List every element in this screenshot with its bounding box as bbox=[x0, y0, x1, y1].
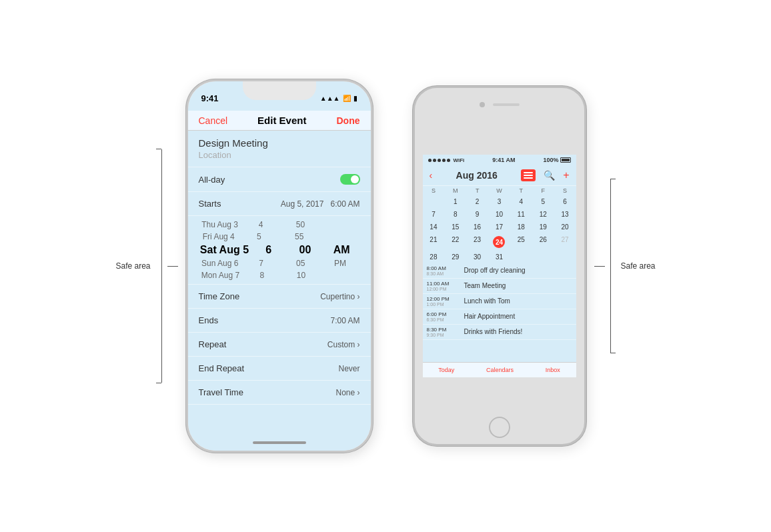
battery-icon: ▮ bbox=[353, 95, 357, 102]
day-header-s1: S bbox=[423, 186, 445, 195]
search-icon[interactable]: 🔍 bbox=[544, 170, 555, 181]
timezone-row[interactable]: Time Zone Cupertino › bbox=[188, 285, 371, 309]
event-times: 11:00 AM 12:00 PM bbox=[427, 281, 460, 291]
cal-day[interactable]: 13 bbox=[554, 208, 576, 221]
cal-day[interactable]: 20 bbox=[554, 221, 576, 233]
day-header-m: M bbox=[444, 186, 466, 195]
cal-day[interactable]: 16 bbox=[466, 221, 488, 233]
iphone-6-device: WiFi 9:41 AM 100% ‹ Aug 2016 bbox=[413, 86, 586, 446]
travel-label: Travel Time bbox=[199, 387, 243, 397]
event-times: 8:30 PM 9:30 PM bbox=[427, 327, 460, 337]
event-title-field[interactable]: Design Meeting bbox=[199, 137, 360, 149]
picker-row-1: Fri Aug 4 5 55 bbox=[188, 231, 371, 243]
cal-day[interactable] bbox=[423, 195, 445, 208]
cal-day[interactable]: 31 bbox=[488, 251, 510, 263]
home-indicator-area bbox=[188, 435, 371, 451]
battery-icon-6 bbox=[560, 157, 571, 163]
cal-day[interactable]: 26 bbox=[532, 233, 554, 251]
event-title-cal: Lunch with Tom bbox=[464, 296, 510, 306]
event-title-cal: Team Meeting bbox=[464, 281, 506, 291]
speaker bbox=[493, 103, 520, 106]
cal-day[interactable]: 3 bbox=[488, 195, 510, 208]
day-header-f: F bbox=[532, 186, 554, 195]
cal-day[interactable] bbox=[532, 251, 554, 263]
starts-row[interactable]: Starts Aug 5, 2017 6:00 AM bbox=[188, 192, 371, 216]
allday-toggle[interactable] bbox=[340, 174, 360, 185]
event-item[interactable]: 8:30 PM 9:30 PM Drinks with Friends! bbox=[423, 325, 576, 340]
cal-day[interactable]: 10 bbox=[488, 208, 510, 221]
add-event-icon[interactable]: + bbox=[563, 169, 569, 181]
cal-day[interactable]: 19 bbox=[532, 221, 554, 233]
repeat-row[interactable]: Repeat Custom › bbox=[188, 333, 371, 357]
cal-day[interactable]: 11 bbox=[510, 208, 532, 221]
iphone-x-device: 9:41 ▲▲▲ 📶 ▮ Cancel Edit Event Done bbox=[186, 79, 373, 453]
cal-day[interactable]: 15 bbox=[444, 221, 466, 233]
cal-day[interactable]: 9 bbox=[466, 208, 488, 221]
done-button[interactable]: Done bbox=[336, 115, 359, 126]
day-header-w: W bbox=[488, 186, 510, 195]
safe-area-right-label: Safe area bbox=[621, 261, 656, 271]
cal-day[interactable] bbox=[554, 251, 576, 263]
cal-day[interactable]: 8 bbox=[444, 208, 466, 221]
cal-day[interactable]: 12 bbox=[532, 208, 554, 221]
back-button[interactable]: ‹ bbox=[430, 170, 433, 181]
ends-label: Ends bbox=[199, 315, 219, 325]
cal-day[interactable]: 4 bbox=[510, 195, 532, 208]
event-times: 8:00 AM 8:30 AM bbox=[427, 265, 460, 276]
cal-nav: ‹ Aug 2016 🔍 + bbox=[423, 165, 576, 186]
signal-icon: ▲▲▲ bbox=[320, 95, 340, 102]
battery-area: 100% bbox=[543, 157, 570, 163]
cal-day-today[interactable]: 24 bbox=[488, 233, 510, 251]
month-label: Aug 2016 bbox=[456, 170, 498, 181]
tab-today[interactable]: Today bbox=[438, 367, 454, 373]
cal-day[interactable]: 2 bbox=[466, 195, 488, 208]
event-item[interactable]: 11:00 AM 12:00 PM Team Meeting bbox=[423, 279, 576, 294]
cal-day[interactable]: 1 bbox=[444, 195, 466, 208]
starts-value: Aug 5, 2017 6:00 AM bbox=[281, 199, 360, 209]
home-button[interactable] bbox=[489, 417, 510, 438]
tab-calendars[interactable]: Calendars bbox=[486, 367, 514, 373]
end-repeat-row[interactable]: End Repeat Never bbox=[188, 357, 371, 381]
cal-day[interactable] bbox=[510, 251, 532, 263]
wifi-text: WiFi bbox=[454, 157, 465, 163]
tab-bar: Today Calendars Inbox bbox=[423, 362, 576, 377]
day-header-s2: S bbox=[554, 186, 576, 195]
cal-day[interactable]: 7 bbox=[423, 208, 445, 221]
travel-time-row[interactable]: Travel Time None › bbox=[188, 381, 371, 405]
cal-day[interactable]: 28 bbox=[423, 251, 445, 263]
cal-day[interactable]: 21 bbox=[423, 233, 445, 251]
ends-row[interactable]: Ends 7:00 AM bbox=[188, 309, 371, 333]
home-indicator bbox=[253, 441, 306, 444]
safe-area-left: Safe area bbox=[115, 149, 177, 383]
event-item[interactable]: 6:00 PM 6:30 PM Hair Appointment bbox=[423, 309, 576, 325]
cal-day[interactable]: 17 bbox=[488, 221, 510, 233]
allday-label: All-day bbox=[199, 175, 225, 185]
cal-day[interactable]: 23 bbox=[466, 233, 488, 251]
cal-day[interactable]: 25 bbox=[510, 233, 532, 251]
cal-day[interactable]: 27 bbox=[554, 233, 576, 251]
tab-inbox[interactable]: Inbox bbox=[546, 367, 560, 373]
view-toggle-icon[interactable] bbox=[521, 169, 536, 181]
clock-6: 9:41 AM bbox=[492, 157, 515, 163]
cal-day[interactable]: 29 bbox=[444, 251, 466, 263]
cal-day[interactable]: 22 bbox=[444, 233, 466, 251]
wifi-icon: 📶 bbox=[343, 95, 351, 102]
cal-day[interactable]: 5 bbox=[532, 195, 554, 208]
iphone6-screen: WiFi 9:41 AM 100% ‹ Aug 2016 bbox=[423, 155, 576, 377]
date-picker[interactable]: Thu Aug 3 4 50 Fri Aug 4 5 55 bbox=[188, 216, 371, 285]
timezone-value: Cupertino › bbox=[320, 292, 359, 301]
event-times: 6:00 PM 6:30 PM bbox=[427, 311, 460, 322]
cal-day[interactable]: 18 bbox=[510, 221, 532, 233]
cancel-button[interactable]: Cancel bbox=[199, 115, 228, 126]
cal-day[interactable]: 14 bbox=[423, 221, 445, 233]
day-headers: S M T W T F S bbox=[423, 186, 576, 195]
ends-value: 7:00 AM bbox=[330, 316, 359, 325]
camera-dot bbox=[480, 102, 485, 107]
event-item[interactable]: 8:00 AM 8:30 AM Drop off dry cleaning bbox=[423, 263, 576, 279]
cal-day[interactable]: 30 bbox=[466, 251, 488, 263]
cal-day[interactable]: 6 bbox=[554, 195, 576, 208]
event-title-row: Design Meeting Location bbox=[188, 131, 371, 167]
event-item[interactable]: 12:00 PM 1:00 PM Lunch with Tom bbox=[423, 294, 576, 309]
allday-row: All-day bbox=[188, 167, 371, 192]
location-field[interactable]: Location bbox=[199, 150, 360, 160]
